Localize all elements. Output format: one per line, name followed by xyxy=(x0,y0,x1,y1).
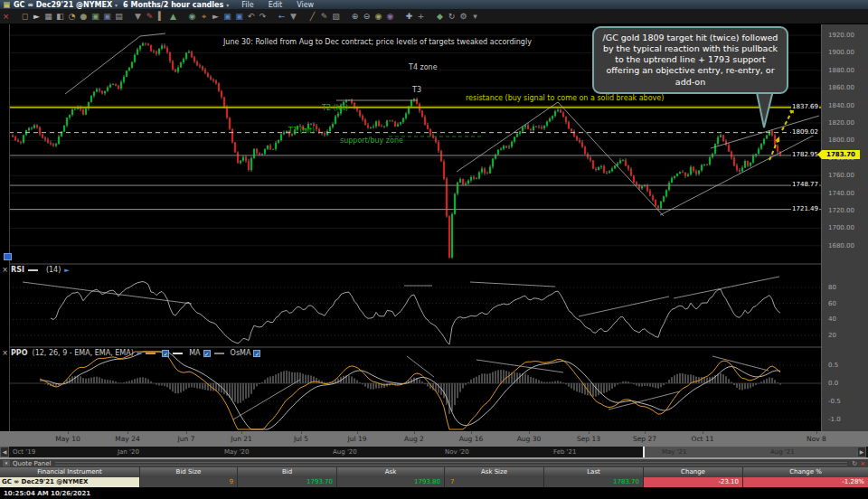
col-last[interactable]: Last xyxy=(544,467,644,477)
date-tick-mark xyxy=(357,431,358,434)
chart-scrollbar[interactable]: ◀ ▶ Oct '19Jan '20May '20Aug '20Nov '20F… xyxy=(0,447,868,457)
flag-icon[interactable]: ◉ xyxy=(373,9,384,24)
flag2-icon[interactable]: ◉ xyxy=(384,9,396,24)
col-financial-instrument[interactable]: Financial Instrument xyxy=(0,467,140,477)
ppo-checkbox[interactable]: ✓ xyxy=(162,350,169,357)
quote-change-pct: -1.28% xyxy=(743,477,868,487)
quote-ask: 1793.80 xyxy=(337,477,445,487)
layout-icon[interactable]: ▤ xyxy=(113,9,125,24)
image-icon[interactable]: ▣ xyxy=(90,9,101,24)
rsi-tick: 40 xyxy=(828,315,836,323)
ppo-signal-line xyxy=(40,352,780,429)
timeframe-selector[interactable]: 6 Months/2 hour candles xyxy=(123,1,223,9)
symbol-caret-icon[interactable]: ▾ xyxy=(115,2,118,8)
ppo-line-swatch xyxy=(146,353,156,354)
refresh-icon[interactable]: ↻ xyxy=(446,9,458,24)
shapes-icon[interactable]: ◆ xyxy=(434,9,446,24)
rsi-tick: 60 xyxy=(828,300,836,307)
col-ask[interactable]: Ask xyxy=(337,467,445,477)
mountain-icon[interactable]: ▲ xyxy=(167,9,179,24)
menu-view[interactable]: View xyxy=(297,1,314,9)
hatch-icon[interactable]: ▨ xyxy=(330,9,342,24)
settings-icon[interactable]: ⚙ xyxy=(458,9,469,24)
col-bid[interactable]: Bid xyxy=(238,467,337,477)
date-tick-label: Aug 16 xyxy=(459,435,484,443)
rsi-line xyxy=(51,282,780,345)
date-tick-mark xyxy=(703,431,703,434)
scroll-range-label: Feb '21 xyxy=(553,448,576,456)
ppo-tick: 0.0 xyxy=(828,380,838,387)
col-change[interactable]: Change xyxy=(644,467,743,477)
date-tick-mark xyxy=(414,431,415,434)
quote-bid-size: 9 xyxy=(140,477,238,487)
ppo-osma-histogram xyxy=(44,370,781,414)
image2-icon[interactable]: ▣ xyxy=(101,9,113,24)
quote-header-rule xyxy=(55,462,847,466)
grid-icon[interactable]: ▦ xyxy=(42,9,54,24)
quote-panel: ▾ Quote Panel ↻ × Financial Instrument B… xyxy=(0,457,868,499)
ppo-osma-checkbox[interactable]: ✓ xyxy=(253,350,260,357)
col-change-pct[interactable]: Change % xyxy=(743,467,868,477)
price-tick: 1820.00 xyxy=(828,119,854,127)
zoom-in-icon[interactable]: ⊕ xyxy=(349,9,361,24)
toolbar: ×◻►▦◧◔●▣▣▤▼✎▍▲◉⌖►▣▣↶↷←▼╱✎▨⊕⊖◉◉✚+◆↻⚙▾ xyxy=(0,9,868,24)
ppo-close-icon[interactable]: × xyxy=(1,349,9,357)
scroll-left-button[interactable]: ◀ xyxy=(0,447,9,457)
redo-icon[interactable]: ↷ xyxy=(257,9,269,24)
time-axis[interactable]: May 10May 24Jun 7Jun 21Jul 5Jul 19Aug 2A… xyxy=(0,431,868,447)
date-tick-mark xyxy=(241,431,242,434)
more-icon[interactable]: ▾ xyxy=(469,9,481,24)
trendline-icon[interactable]: ╱ xyxy=(307,9,318,24)
scroll-range-label: Aug '21 xyxy=(770,448,795,456)
target-icon[interactable]: ⌖ xyxy=(198,9,210,24)
cursor-icon[interactable]: ► xyxy=(31,9,42,24)
zoom-out-icon[interactable]: ⊖ xyxy=(361,9,373,24)
date-tick-label: Jun 7 xyxy=(178,435,195,443)
dropdown-icon[interactable]: ▼ xyxy=(132,9,144,24)
scroll-range-label: Nov '20 xyxy=(445,448,469,456)
scroll-range-label: Aug '20 xyxy=(333,448,357,456)
draw-icon[interactable]: ✎ xyxy=(318,9,330,24)
ppo-pointer-icon[interactable]: ► xyxy=(137,350,142,357)
rsi-pointer-icon[interactable]: ► xyxy=(64,267,69,274)
col-ask-size[interactable]: Ask Size xyxy=(445,467,544,477)
price-axis[interactable]: 1920.001900.001880.001860.001840.001820.… xyxy=(821,24,868,431)
crosshair-icon[interactable]: + xyxy=(415,9,427,24)
pencil-icon[interactable]: ✎ xyxy=(144,9,156,24)
quote-instrument-cell[interactable]: GC ∞ Dec29'21 @NYMEX xyxy=(0,477,140,487)
scroll-right-button[interactable]: ▶ xyxy=(857,447,866,457)
pointer2-icon[interactable]: ► xyxy=(210,9,222,24)
quote-panel-title: Quote Panel xyxy=(13,460,51,467)
back-arrow-icon[interactable]: ← xyxy=(276,9,288,24)
quote-collapse-button[interactable]: ▾ xyxy=(3,460,10,466)
menu-file[interactable]: File xyxy=(241,1,253,9)
sphere-icon[interactable]: ● xyxy=(78,9,90,24)
move-icon[interactable]: ✚ xyxy=(403,9,415,24)
ppo-osma-label: OsMA xyxy=(231,349,251,357)
date-tick-label: Sep 27 xyxy=(633,435,656,443)
pie-icon[interactable]: ◔ xyxy=(66,9,78,24)
quote-close-icon[interactable]: × xyxy=(860,460,865,467)
volume-icon[interactable]: ▍ xyxy=(156,9,167,24)
dropdown2-icon[interactable]: ▼ xyxy=(288,9,299,24)
quote-refresh-icon[interactable]: ↻ xyxy=(852,460,857,467)
ppo-ma-swatch xyxy=(173,353,183,354)
timeframe-caret-icon[interactable]: ▾ xyxy=(226,2,229,8)
symbol-title[interactable]: GC ∞ Dec29'21 @NYMEX xyxy=(14,1,112,9)
menu-edit[interactable]: Edit xyxy=(269,1,283,9)
globe-icon[interactable]: ◉ xyxy=(186,9,198,24)
price-tick: 1880.00 xyxy=(828,67,854,74)
column-chart-icon[interactable]: ◧ xyxy=(54,9,66,24)
date-tick-label: Nov 8 xyxy=(807,435,826,443)
ppo-ma-checkbox[interactable]: ✓ xyxy=(203,350,211,357)
col-bid-size[interactable]: Bid Size xyxy=(140,467,238,477)
rsi-close-icon[interactable]: × xyxy=(1,266,9,274)
quote-change: -23.10 xyxy=(644,477,743,487)
panel-blue2-icon[interactable]: ▣ xyxy=(233,9,245,24)
selection-icon[interactable]: ◻ xyxy=(19,9,31,24)
close-icon[interactable]: × xyxy=(0,9,12,24)
ppo-tick: -1.0 xyxy=(828,416,841,423)
panel-blue-icon[interactable]: ▣ xyxy=(222,9,233,24)
undo-icon[interactable]: ↶ xyxy=(245,9,257,24)
chart-shortcut-icon[interactable] xyxy=(4,253,12,260)
